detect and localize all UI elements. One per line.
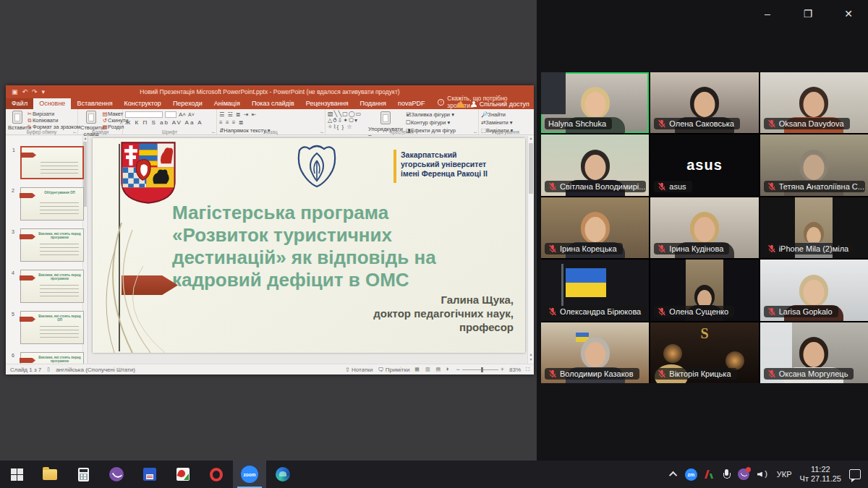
- tab-Переходи[interactable]: Переходи: [167, 98, 208, 109]
- participant-tile[interactable]: Ірина Корецька: [541, 197, 649, 258]
- slide-author[interactable]: Галина Щука, доктор педагогічних наук, п…: [297, 293, 514, 334]
- language-indicator[interactable]: англійська (Сполучені Штати): [56, 367, 135, 373]
- slide-thumbnail-6[interactable]: 6Виклики, які стоять перед програмою: [20, 352, 84, 364]
- thumbnail-number: 4: [12, 270, 14, 275]
- dialog-launcher-icon[interactable]: ⌙: [73, 129, 77, 134]
- list-icons[interactable]: ☰ ☱ ≣ ⇥ ⇤: [219, 111, 257, 118]
- taskbar-viber-icon[interactable]: [100, 461, 133, 488]
- font-style-icons[interactable]: Ж К П S ab AV Aa A: [125, 119, 203, 126]
- shape-outline-button[interactable]: ☐Контур фігури ▾: [406, 119, 456, 127]
- share-button[interactable]: Спільний доступ: [471, 100, 529, 108]
- participant-tile[interactable]: Олена Сущенко: [650, 260, 758, 320]
- participant-tile[interactable]: Ірина Кудінова: [650, 197, 758, 258]
- slide-thumbnail-2[interactable]: 2Обґрунтування ОП: [20, 187, 84, 221]
- tab-Основне[interactable]: Основне: [33, 98, 71, 109]
- viber-tray-icon[interactable]: [738, 468, 749, 480]
- tab-Конструктор[interactable]: Конструктор: [119, 98, 167, 109]
- grow-font-icon[interactable]: A˄: [179, 111, 186, 118]
- zoom-level[interactable]: 83%: [509, 367, 521, 373]
- dialog-launcher-icon[interactable]: ⌙: [320, 129, 324, 134]
- taskbar-file-explorer-icon[interactable]: [33, 461, 67, 488]
- replace-button[interactable]: ⇄Замінити ▾: [481, 119, 531, 127]
- notes-toggle[interactable]: ⇧ Нотатки: [345, 367, 373, 373]
- tab-Анімація[interactable]: Анімація: [208, 98, 246, 109]
- participant-tile[interactable]: Володимир Казаков: [541, 322, 649, 383]
- find-button[interactable]: 🔎Знайти: [481, 111, 531, 119]
- participant-name: Олена Сущенко: [654, 306, 734, 317]
- slide[interactable]: Закарпатський угорський університет імен…: [93, 138, 525, 353]
- taskbar-image-viewer-icon[interactable]: [166, 461, 200, 488]
- participant-tile[interactable]: asusasus: [650, 134, 758, 195]
- image-viewer-icon: [176, 468, 190, 481]
- taskbar-calculator-icon[interactable]: [67, 461, 100, 488]
- thumbnail-title: Виклики, які стоять перед ОП: [38, 314, 81, 322]
- align-icons[interactable]: ≡ ≡ ≡ ≣: [219, 119, 244, 126]
- taskbar-edge-icon[interactable]: [266, 461, 299, 488]
- view-buttons[interactable]: ▦ ▥ ▤ ⏵: [414, 367, 451, 372]
- slide-title[interactable]: Магістерська програма «Розвиток туристич…: [172, 202, 505, 291]
- tab-novaPDF[interactable]: novaPDF: [392, 98, 431, 109]
- participant-tile[interactable]: Світлана Володимирі...: [541, 134, 649, 195]
- participant-tile[interactable]: Oksana Davydova: [760, 72, 868, 133]
- paste-button[interactable]: Вставити: [8, 111, 27, 131]
- taskbar-zoom-icon[interactable]: zoom: [233, 461, 266, 488]
- participant-tile[interactable]: Halyna Shchuka: [541, 72, 649, 133]
- logo-divider-bar: [393, 150, 396, 183]
- next-slide-button[interactable]: ▼: [528, 357, 534, 362]
- restore-button[interactable]: ❐: [796, 4, 820, 23]
- scrollbar-thumb[interactable]: [529, 143, 533, 194]
- dialog-launcher-icon[interactable]: ⌙: [474, 129, 477, 134]
- tab-Рецензування[interactable]: Рецензування: [300, 98, 354, 109]
- person-icon: [471, 101, 477, 107]
- taskbar-start-button[interactable]: [0, 461, 33, 488]
- zoom-tray-icon[interactable]: zm: [685, 468, 697, 481]
- shape-fill-button[interactable]: 🗹Заливка фігури ▾: [406, 111, 456, 119]
- thumbnail-number: 3: [12, 229, 14, 234]
- taskbar-backup-tool-icon[interactable]: [133, 461, 166, 488]
- slide-thumbnail-5[interactable]: 5Виклики, які стоять перед ОП: [20, 311, 84, 344]
- thumbnail-number: 1: [12, 147, 15, 153]
- clock[interactable]: 11:22 Чт 27.11.25: [800, 465, 841, 484]
- spellcheck-icon[interactable]: ▯: [47, 367, 50, 372]
- speaker-tray-icon[interactable]: [757, 470, 769, 479]
- vertical-scrollbar[interactable]: ▲ ▲▼: [527, 136, 534, 364]
- shapes-gallery[interactable]: ▧╲╲▢◯▭△⥀⇩✦⬠▾✧⌇{ } ☆: [328, 111, 365, 130]
- desktop: – ❐ ✕ ▣ ↶ ↷ ▾ Новий Презентація Microsof…: [0, 0, 868, 488]
- slide-thumbnail-3[interactable]: 3Виклики, які стоять перед програмою: [20, 228, 84, 262]
- previous-slide-button[interactable]: ▲: [528, 352, 534, 357]
- warning-icon[interactable]: [456, 100, 465, 108]
- participant-tile[interactable]: SВікторія Крицька: [650, 322, 758, 383]
- comments-toggle[interactable]: 🗨 Примітки: [378, 367, 410, 373]
- muted-mic-icon: [548, 182, 557, 191]
- dialog-launcher-icon[interactable]: ⌙: [212, 129, 216, 134]
- taskbar-opera-icon[interactable]: [200, 461, 233, 488]
- ribbon-group-clipboard: Вставити ✂Вирізати ⧉Копіювати ✎Формат за…: [6, 109, 78, 134]
- participant-tile[interactable]: iPhone Mila (2)міла: [760, 197, 868, 258]
- language-switcher[interactable]: УКР: [777, 470, 792, 479]
- file-explorer-icon: [43, 469, 57, 480]
- fit-window-icon[interactable]: ⛶: [526, 367, 529, 372]
- shrink-font-icon[interactable]: A˅: [188, 112, 195, 117]
- participant-tile[interactable]: Тетяна Анатоліївна С...: [760, 134, 868, 195]
- slide-thumbnail-1[interactable]: 1: [20, 146, 84, 179]
- minimize-button[interactable]: –: [755, 4, 780, 23]
- participant-tile[interactable]: Оксана Моргулець: [760, 322, 868, 383]
- tab-Подання[interactable]: Подання: [354, 98, 392, 109]
- zoom-slider[interactable]: −+: [456, 366, 505, 373]
- action-center-icon[interactable]: [849, 469, 861, 479]
- graphics-tray-icon[interactable]: [705, 470, 715, 479]
- participant-tile[interactable]: Larisa Gopkalo: [760, 260, 868, 320]
- participant-name: Halyna Shchuka: [545, 118, 612, 129]
- tray-expand-icon[interactable]: [669, 471, 677, 479]
- microphone-tray-icon[interactable]: [723, 469, 730, 480]
- participant-name: Вікторія Крицька: [654, 368, 736, 380]
- tab-Показ слайдів[interactable]: Показ слайдів: [246, 98, 300, 109]
- tab-Вставлення[interactable]: Вставлення: [71, 98, 118, 109]
- participant-tile[interactable]: Олександра Бірюкова: [541, 260, 649, 320]
- slide-thumbnail-4[interactable]: 4Виклики, які стоять перед програмою: [20, 270, 84, 303]
- close-button[interactable]: ✕: [836, 4, 861, 23]
- participant-tile[interactable]: Олена Саковська: [650, 72, 758, 133]
- tab-Файл[interactable]: Файл: [6, 98, 33, 109]
- font-size-box[interactable]: [165, 111, 176, 118]
- font-name-box[interactable]: [125, 111, 163, 118]
